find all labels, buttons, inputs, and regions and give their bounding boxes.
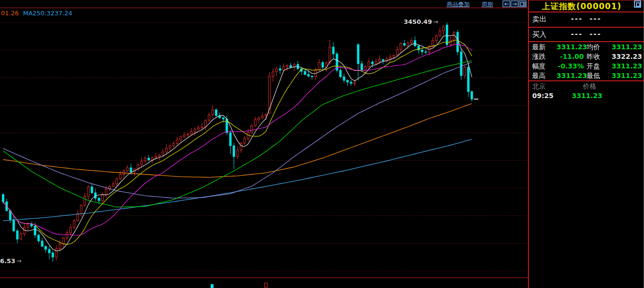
candle-body — [66, 233, 68, 238]
scroll-right-button[interactable]: → — [511, 0, 518, 7]
candle-body — [159, 155, 161, 156]
stock-title: 上证指数(000001) — [529, 1, 644, 11]
sell-quote-row: 卖出 --- --- — [529, 13, 644, 26]
split-view-button[interactable] — [519, 0, 526, 7]
buy-quote-row: 买入 --- --- — [529, 28, 644, 41]
candle-body — [442, 27, 444, 31]
candle-body — [31, 224, 32, 226]
scroll-left-button[interactable]: ← — [503, 0, 510, 7]
candle-body — [176, 140, 178, 143]
candle-body — [403, 44, 405, 45]
candle-body — [84, 196, 86, 205]
tape-row: 09:25 3311.23 — [529, 92, 644, 100]
candle-body — [190, 132, 192, 134]
candle-body — [80, 205, 82, 213]
quote-row-latest: 最新3311.23 均价3311.23 — [529, 42, 644, 52]
candle-body — [279, 69, 281, 70]
candle-body — [148, 158, 150, 160]
candle-body — [347, 80, 349, 82]
candle-body — [130, 168, 132, 172]
candle-body — [87, 187, 89, 197]
candle-body — [187, 134, 189, 135]
candle-body — [261, 116, 263, 118]
candle-body — [70, 227, 72, 233]
sell-price-placeholder: --- — [571, 14, 583, 23]
quote-row-change: 涨跌-11.00 昨收3322.23 — [529, 52, 644, 61]
quote-panel: 上证指数(000001) 卖出 --- --- 买入 --- --- 最新331… — [528, 0, 644, 288]
candle-body — [208, 115, 210, 120]
candle-body — [197, 128, 199, 129]
candle-body — [222, 118, 224, 119]
overlay-compare-link[interactable]: 商品叠加 — [447, 0, 470, 9]
buy-volume-placeholder: --- — [590, 30, 601, 38]
candle-body — [393, 55, 395, 57]
candle-body — [201, 127, 203, 128]
quote-row-range: 幅度-0.33% 开盘3311.23 — [529, 61, 644, 71]
prev-close-value: 3322.23 — [611, 52, 642, 61]
candle-body — [460, 52, 462, 76]
candle-body — [20, 234, 22, 239]
candle-body — [63, 238, 64, 244]
buy-label: 买入 — [532, 30, 547, 39]
candle-body — [102, 195, 104, 200]
candle-body — [52, 253, 54, 257]
candle-body — [329, 47, 331, 63]
avg-price-value: 3311.23 — [611, 42, 642, 52]
candle-body — [435, 36, 437, 41]
candle-body — [48, 249, 50, 253]
candle-body — [144, 158, 146, 161]
candle-body — [471, 92, 473, 100]
candle-body — [258, 118, 260, 120]
candle-body — [112, 184, 114, 186]
candle-body — [397, 49, 398, 55]
candle-body — [467, 67, 469, 92]
chart-region: 商品叠加 周期 ← → 01.26MA250:3237.24 3450.49→ … — [0, 0, 528, 288]
candle-body — [162, 152, 164, 155]
candle-body — [254, 120, 256, 126]
low-value: 3311.23 — [611, 71, 642, 80]
candle-body — [407, 43, 409, 45]
candle-body — [308, 75, 310, 77]
candle-body — [116, 179, 118, 184]
tape-price: 3311.23 — [572, 92, 602, 100]
panel-top-border — [529, 0, 644, 0]
candle-body — [425, 52, 427, 52]
candle-body — [418, 46, 419, 50]
candle-body — [41, 241, 43, 246]
candle-body — [410, 41, 412, 43]
candle-body — [272, 72, 274, 76]
low-arrow-icon: → — [16, 257, 21, 265]
candle-body — [172, 144, 174, 146]
candle-body — [340, 70, 342, 77]
candle-body — [204, 120, 206, 127]
ma-line-MA30 — [3, 61, 472, 207]
candle-body — [2, 195, 4, 202]
candlestick-chart[interactable] — [0, 0, 528, 288]
candle-body — [457, 32, 459, 52]
candle-body — [236, 150, 238, 156]
candle-body — [350, 82, 352, 83]
candle-body — [119, 174, 121, 178]
restore-window-icon[interactable] — [634, 0, 641, 8]
period-link[interactable]: 周期 — [482, 0, 493, 9]
candle-body — [400, 44, 402, 49]
candle-body — [446, 25, 448, 44]
candle-body — [77, 214, 79, 221]
change-value: -11.00 — [557, 52, 584, 61]
candle-body — [16, 231, 18, 239]
candle-body — [165, 148, 167, 152]
split-view-icon — [520, 2, 526, 6]
candle-body — [105, 189, 107, 195]
tape-time: 09:25 — [532, 92, 554, 100]
candle-body — [194, 129, 196, 132]
candle-body — [372, 62, 374, 64]
candle-body — [276, 69, 278, 72]
low-price-annotation: 6.53→ — [0, 257, 21, 265]
ma-line-MA60 — [3, 62, 472, 198]
candle-body — [365, 66, 366, 70]
ma250-label: MA250:3237.24 — [23, 10, 72, 17]
sell-label: 卖出 — [532, 15, 547, 24]
candle-body — [439, 31, 441, 36]
candle-body — [421, 50, 423, 52]
last-price-dash — [474, 99, 478, 100]
